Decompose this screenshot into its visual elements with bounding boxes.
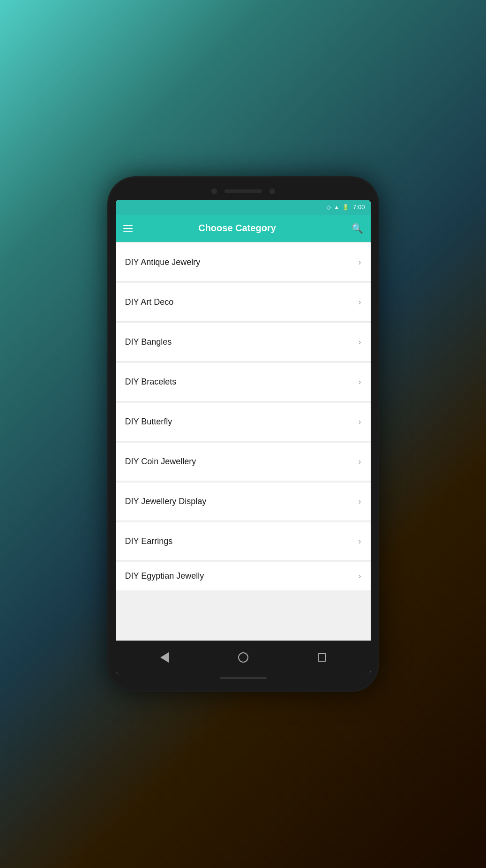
category-label: DIY Antique Jewelry bbox=[125, 257, 201, 267]
category-label: DIY Bracelets bbox=[125, 377, 177, 387]
phone-speaker bbox=[224, 189, 262, 193]
recents-icon bbox=[318, 653, 326, 662]
front-camera bbox=[211, 189, 217, 194]
category-label: DIY Bangles bbox=[125, 337, 172, 347]
back-icon bbox=[160, 652, 169, 663]
list-item[interactable]: DIY Butterfly › bbox=[116, 403, 371, 441]
category-list: DIY Antique Jewelry › DIY Art Deco › DIY… bbox=[116, 242, 371, 641]
app-bar-title: Choose Category bbox=[131, 223, 344, 234]
category-label: DIY Coin Jewellery bbox=[125, 457, 196, 467]
chevron-right-icon: › bbox=[359, 457, 361, 467]
list-item[interactable]: DIY Bracelets › bbox=[116, 363, 371, 401]
home-indicator bbox=[220, 677, 267, 679]
battery-icon: 🔋 bbox=[342, 204, 349, 211]
chevron-right-icon: › bbox=[359, 497, 361, 506]
category-label: DIY Egyptian Jewelly bbox=[125, 571, 204, 581]
nav-recents-button[interactable] bbox=[312, 647, 332, 668]
search-icon[interactable]: 🔍 bbox=[351, 223, 363, 234]
bottom-nav bbox=[116, 641, 371, 674]
phone-screen: ◇ ▲ 🔋 7:00 Choose Category 🔍 DIY Antique… bbox=[116, 200, 371, 674]
category-label: DIY Jewellery Display bbox=[125, 497, 207, 506]
list-item[interactable]: DIY Art Deco › bbox=[116, 283, 371, 322]
app-bar: Choose Category 🔍 bbox=[116, 215, 371, 242]
wifi-icon: ◇ bbox=[327, 204, 331, 211]
category-label: DIY Earrings bbox=[125, 536, 173, 546]
chevron-right-icon: › bbox=[359, 337, 361, 347]
status-time: 7:00 bbox=[353, 204, 365, 211]
list-item[interactable]: DIY Jewellery Display › bbox=[116, 483, 371, 521]
chevron-right-icon: › bbox=[359, 417, 361, 427]
nav-home-button[interactable] bbox=[233, 647, 254, 668]
category-label: DIY Art Deco bbox=[125, 297, 174, 307]
nav-back-button[interactable] bbox=[154, 647, 175, 668]
chevron-right-icon: › bbox=[359, 377, 361, 387]
list-item[interactable]: DIY Antique Jewelry › bbox=[116, 243, 371, 282]
signal-icon: ▲ bbox=[334, 204, 339, 211]
chevron-right-icon: › bbox=[359, 536, 361, 546]
list-item[interactable]: DIY Earrings › bbox=[116, 522, 371, 561]
list-item[interactable]: DIY Coin Jewellery › bbox=[116, 443, 371, 481]
chevron-right-icon: › bbox=[359, 571, 361, 581]
category-label: DIY Butterfly bbox=[125, 417, 172, 427]
status-bar: ◇ ▲ 🔋 7:00 bbox=[116, 200, 371, 215]
sensor bbox=[269, 189, 275, 194]
chevron-right-icon: › bbox=[359, 297, 361, 307]
home-icon bbox=[238, 652, 248, 663]
list-item-partial[interactable]: DIY Egyptian Jewelly › bbox=[116, 562, 371, 590]
phone-bottom-bar bbox=[116, 674, 371, 684]
list-item[interactable]: DIY Bangles › bbox=[116, 323, 371, 362]
chevron-right-icon: › bbox=[359, 257, 361, 267]
phone-frame: ◇ ▲ 🔋 7:00 Choose Category 🔍 DIY Antique… bbox=[107, 176, 379, 692]
phone-top-bar bbox=[116, 185, 371, 200]
